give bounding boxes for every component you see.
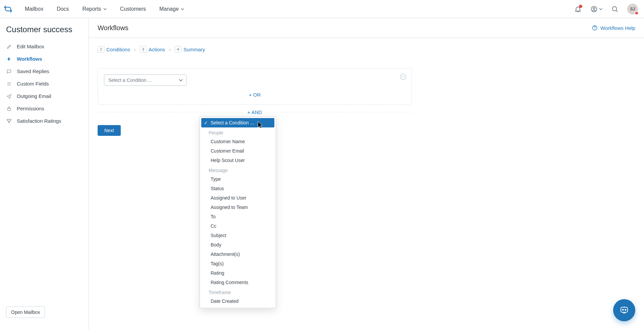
dropdown-option-date-created[interactable]: Date Created xyxy=(201,296,274,306)
pencil-icon xyxy=(6,44,12,49)
add-and-button[interactable]: + AND xyxy=(244,109,266,115)
help-chat-button[interactable] xyxy=(613,299,635,321)
svg-point-1 xyxy=(593,7,595,9)
svg-rect-6 xyxy=(621,307,628,312)
topbar-right: SJ xyxy=(574,4,638,14)
lock-icon xyxy=(6,106,12,111)
sidebar-item-outgoing-email[interactable]: Outgoing Email xyxy=(0,90,89,102)
help-icon xyxy=(592,25,598,31)
nav-reports[interactable]: Reports xyxy=(76,0,113,18)
nav-customers[interactable]: Customers xyxy=(114,0,152,18)
chevron-down-icon xyxy=(599,7,602,11)
and-separator: + AND xyxy=(98,109,412,115)
content: 2Conditions › 3Actions › 4Summary Select… xyxy=(89,38,644,144)
dropdown-option-to[interactable]: To xyxy=(201,212,274,221)
dropdown-option-rating[interactable]: Rating xyxy=(201,268,274,278)
sidebar: Customer success Edit Mailbox Workflows … xyxy=(0,18,89,330)
mailbox-title: Customer success xyxy=(0,25,89,40)
sidebar-item-edit-mailbox[interactable]: Edit Mailbox xyxy=(0,40,89,53)
account-menu[interactable] xyxy=(590,5,602,13)
step-summary[interactable]: 4Summary xyxy=(175,46,205,53)
chevron-down-icon xyxy=(181,7,184,11)
chevron-down-icon xyxy=(103,7,107,11)
sidebar-item-permissions[interactable]: Permissions xyxy=(0,102,89,115)
sidebar-item-custom-fields[interactable]: Custom Fields xyxy=(0,77,89,90)
condition-dropdown: ✓ Select a Condition ... People Customer… xyxy=(200,116,276,308)
add-or-button[interactable]: + OR xyxy=(249,92,261,98)
page-header: Workflows Workflows Help xyxy=(89,18,644,38)
nav-mailbox[interactable]: Mailbox xyxy=(19,0,49,18)
step-conditions[interactable]: 2Conditions xyxy=(98,46,130,53)
chat-icon xyxy=(6,69,12,74)
step-breadcrumb: 2Conditions › 3Actions › 4Summary xyxy=(98,46,635,53)
svg-rect-3 xyxy=(7,108,10,110)
next-button[interactable]: Next xyxy=(98,125,121,136)
nav-manage[interactable]: Manage xyxy=(153,0,190,18)
chevron-right-icon: › xyxy=(169,47,171,52)
svg-point-8 xyxy=(625,309,626,310)
dropdown-option-tags[interactable]: Tag(s) xyxy=(201,259,274,268)
avatar-initials: SJ xyxy=(630,7,635,11)
trophy-icon xyxy=(6,118,12,124)
notification-dot-icon xyxy=(579,5,582,8)
dropdown-option-status[interactable]: Status xyxy=(201,184,274,193)
chevron-down-icon xyxy=(179,78,183,82)
app-logo[interactable] xyxy=(3,4,13,14)
dropdown-option-waiting-since[interactable]: Waiting Since xyxy=(201,306,274,308)
dropdown-group-message: Message xyxy=(201,165,274,174)
cursor-icon xyxy=(258,121,263,128)
open-mailbox-button[interactable]: Open Mailbox xyxy=(6,307,45,318)
sidebar-item-satisfaction-ratings[interactable]: Satisfaction Ratings xyxy=(0,115,89,127)
condition-select[interactable]: Select a Condition ... xyxy=(104,74,186,86)
dropdown-option-assigned-user[interactable]: Assigned to User xyxy=(201,193,274,203)
dropdown-option-rating-comments[interactable]: Rating Comments xyxy=(201,278,274,287)
sidebar-item-saved-replies[interactable]: Saved Replies xyxy=(0,65,89,77)
send-icon xyxy=(6,94,12,99)
lightning-icon xyxy=(6,56,12,62)
workflows-help-link[interactable]: Workflows Help xyxy=(592,25,635,31)
nav-docs[interactable]: Docs xyxy=(51,0,75,18)
step-actions[interactable]: 3Actions xyxy=(140,46,165,53)
dropdown-option-body[interactable]: Body xyxy=(201,240,274,250)
dropdown-option-subject[interactable]: Subject xyxy=(201,231,274,240)
dropdown-option-type[interactable]: Type xyxy=(201,174,274,184)
sidebar-item-workflows[interactable]: Workflows xyxy=(0,53,89,65)
svg-point-2 xyxy=(612,6,617,11)
page-title: Workflows xyxy=(98,24,128,32)
presence-dot-icon xyxy=(635,11,639,15)
dropdown-option-select-condition[interactable]: ✓ Select a Condition ... xyxy=(201,118,274,127)
dropdown-option-help-scout-user[interactable]: Help Scout User xyxy=(201,156,274,165)
dropdown-option-customer-email[interactable]: Customer Email xyxy=(201,146,274,156)
dropdown-option-customer-name[interactable]: Customer Name xyxy=(201,137,274,146)
remove-condition-button[interactable] xyxy=(399,73,407,80)
chevron-right-icon: › xyxy=(134,47,136,52)
top-nav: Mailbox Docs Reports Customers Manage xyxy=(19,0,190,18)
topbar: Mailbox Docs Reports Customers Manage SJ xyxy=(0,0,644,18)
dropdown-group-timeframe: Timeframe xyxy=(201,287,274,296)
notifications-button[interactable] xyxy=(574,5,582,13)
check-icon: ✓ xyxy=(204,120,208,125)
avatar[interactable]: SJ xyxy=(627,4,638,14)
dropdown-option-cc[interactable]: Cc xyxy=(201,221,274,231)
condition-card: Select a Condition ... + OR xyxy=(98,68,412,105)
dropdown-option-attachments[interactable]: Attachment(s) xyxy=(201,250,274,259)
dropdown-group-people: People xyxy=(201,127,274,137)
svg-point-7 xyxy=(623,309,624,310)
main: Workflows Workflows Help 2Conditions › 3… xyxy=(89,18,644,330)
search-button[interactable] xyxy=(611,5,619,13)
dropdown-option-assigned-team[interactable]: Assigned to Team xyxy=(201,203,274,212)
list-icon xyxy=(6,81,12,87)
